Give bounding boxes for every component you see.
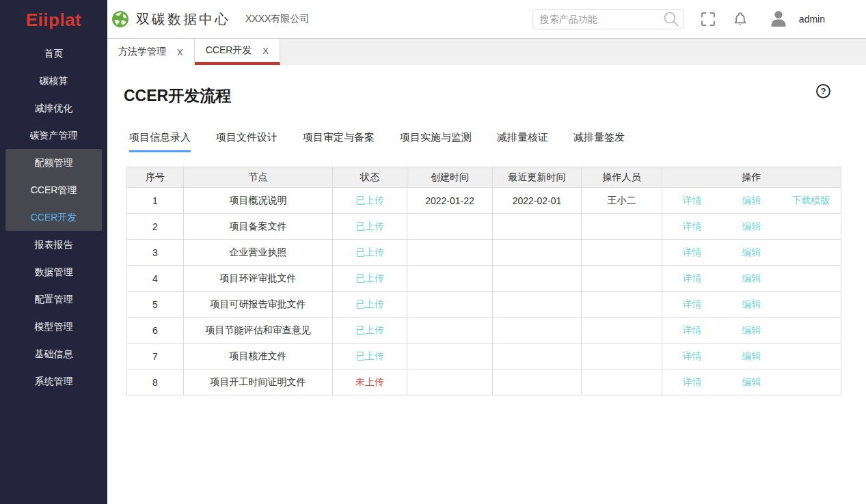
- cell-node: 项目可研报告审批文件: [184, 292, 333, 318]
- cell-node: 项目节能评估和审查意见: [184, 318, 333, 344]
- sidebar-item-config-management[interactable]: 配置管理: [0, 285, 107, 313]
- cell-seq: 3: [127, 240, 184, 266]
- column-header-actions: 操作: [662, 167, 841, 188]
- cell-node: 项目开工时间证明文件: [184, 369, 333, 395]
- process-step-tabs: 项目信息录入 项目文件设计 项目审定与备案 项目实施与监测 减排量核证 减排量签…: [129, 131, 866, 152]
- window-tab-label: CCER开发: [206, 44, 252, 57]
- notification-bell-icon[interactable]: [731, 10, 750, 29]
- top-header-bar: 双碳数据中心 XXXX有限公司: [107, 0, 866, 39]
- status-badge: 已上传: [333, 188, 407, 214]
- cell-operator: [582, 318, 662, 344]
- cell-seq: 6: [127, 318, 184, 344]
- table-row: 8 项目开工时间证明文件 未上传 详情 编辑: [127, 369, 841, 395]
- user-avatar-icon[interactable]: [768, 8, 789, 30]
- action-edit-link[interactable]: 编辑: [722, 221, 781, 233]
- table-header-row: 序号 节点 状态 创建时间 最近更新时间 操作人员 操作: [127, 167, 841, 188]
- tab-emission-reduction-verification[interactable]: 减排量核证: [497, 131, 548, 152]
- cell-node: 项目环评审批文件: [184, 266, 333, 292]
- column-header-status: 状态: [333, 167, 407, 188]
- cell-seq: 5: [127, 292, 184, 318]
- tab-project-implementation-monitoring[interactable]: 项目实施与监测: [400, 131, 472, 152]
- window-tab-ccer-development[interactable]: CCER开发 X: [195, 39, 280, 65]
- cell-created: [407, 318, 493, 344]
- action-details-link[interactable]: 详情: [662, 272, 722, 285]
- status-badge: 已上传: [333, 344, 407, 369]
- cell-updated: [493, 266, 582, 292]
- tab-project-document-design[interactable]: 项目文件设计: [216, 131, 278, 152]
- table-row: 3 企业营业执照 已上传 详情 编辑: [127, 240, 841, 266]
- status-badge: 已上传: [333, 214, 407, 240]
- sidebar-item-model-management[interactable]: 模型管理: [0, 313, 107, 340]
- cell-operator: [582, 214, 662, 240]
- cell-operator: [582, 240, 662, 266]
- sidebar-item-carbon-accounting[interactable]: 碳核算: [0, 67, 107, 94]
- process-table-wrapper: 序号 节点 状态 创建时间 最近更新时间 操作人员 操作 1 项目概况说明: [126, 167, 841, 395]
- sidebar: Eiiplat 首页 碳核算 减排优化 碳资产管理 配额管理 CCER管理 CC…: [0, 0, 107, 504]
- action-edit-link[interactable]: 编辑: [722, 376, 781, 389]
- sidebar-item-carbon-asset-management[interactable]: 碳资产管理: [0, 122, 107, 149]
- cell-created: [407, 344, 493, 369]
- cell-updated: [493, 214, 582, 240]
- sidebar-item-reports[interactable]: 报表报告: [0, 231, 107, 258]
- status-badge: 已上传: [333, 292, 407, 318]
- sidebar-item-quota-management[interactable]: 配额管理: [5, 149, 102, 176]
- cell-created: [407, 292, 493, 318]
- cell-updated: [493, 369, 582, 395]
- column-header-created: 创建时间: [407, 167, 493, 188]
- cell-created: [407, 240, 493, 266]
- action-details-link[interactable]: 详情: [662, 298, 722, 311]
- cell-seq: 1: [127, 188, 184, 214]
- cell-operator: [582, 369, 662, 395]
- cell-updated: [493, 292, 582, 318]
- window-tab-methodology-management[interactable]: 方法学管理 X: [107, 39, 195, 65]
- action-edit-link[interactable]: 编辑: [722, 324, 781, 337]
- tab-project-info-entry[interactable]: 项目信息录入: [129, 131, 191, 152]
- action-details-link[interactable]: 详情: [662, 221, 722, 233]
- action-details-link[interactable]: 详情: [662, 195, 722, 207]
- sidebar-item-ccer-development[interactable]: CCER开发: [5, 204, 102, 231]
- action-details-link[interactable]: 详情: [662, 247, 722, 259]
- tab-project-review-filing[interactable]: 项目审定与备案: [303, 131, 375, 152]
- search-icon[interactable]: [662, 10, 680, 28]
- sidebar-item-home[interactable]: 首页: [0, 40, 107, 67]
- action-edit-link[interactable]: 编辑: [722, 350, 781, 363]
- action-details-link[interactable]: 详情: [662, 324, 722, 337]
- cell-operator: [582, 292, 662, 318]
- sidebar-item-basic-info[interactable]: 基础信息: [0, 340, 107, 367]
- window-tab-strip: 方法学管理 X CCER开发 X: [107, 39, 866, 65]
- cell-node: 项目备案文件: [184, 214, 333, 240]
- fullscreen-icon[interactable]: [699, 10, 717, 28]
- sidebar-item-ccer-management[interactable]: CCER管理: [5, 176, 102, 204]
- sidebar-item-data-management[interactable]: 数据管理: [0, 258, 107, 285]
- action-edit-link[interactable]: 编辑: [722, 298, 781, 311]
- column-header-operator: 操作人员: [582, 167, 662, 188]
- cell-updated: [493, 240, 582, 266]
- sidebar-item-system-management[interactable]: 系统管理: [0, 367, 107, 395]
- column-header-node: 节点: [184, 167, 333, 188]
- help-icon[interactable]: ?: [816, 84, 830, 98]
- page-content: CCER开发流程 ? 项目信息录入 项目文件设计 项目审定与备案 项目实施与监测…: [107, 65, 866, 504]
- action-edit-link[interactable]: 编辑: [722, 247, 781, 259]
- sidebar-logo: Eiiplat: [0, 0, 107, 40]
- cell-created: [407, 369, 493, 395]
- action-edit-link[interactable]: 编辑: [722, 272, 781, 285]
- status-badge: 未上传: [333, 369, 407, 395]
- search-input[interactable]: [533, 14, 662, 25]
- action-download-template-link[interactable]: 下载模版: [781, 195, 841, 207]
- main-area: 双碳数据中心 XXXX有限公司: [107, 0, 866, 504]
- action-edit-link[interactable]: 编辑: [722, 195, 781, 207]
- action-details-link[interactable]: 详情: [662, 350, 722, 363]
- close-tab-icon[interactable]: X: [262, 46, 269, 56]
- cell-operator: [582, 344, 662, 369]
- close-tab-icon[interactable]: X: [177, 47, 183, 57]
- action-details-link[interactable]: 详情: [662, 376, 722, 389]
- cell-created: [407, 214, 493, 240]
- tab-emission-reduction-issuance[interactable]: 减排量签发: [573, 131, 625, 152]
- cell-updated: 2022-02-01: [493, 188, 582, 214]
- cell-operator: [582, 266, 662, 292]
- cell-seq: 4: [127, 266, 184, 292]
- search-box: [532, 9, 684, 29]
- sidebar-item-emission-reduction-optimization[interactable]: 减排优化: [0, 94, 107, 122]
- table-row: 7 项目核准文件 已上传 详情 编辑: [127, 344, 841, 369]
- company-name: XXXX有限公司: [245, 13, 309, 25]
